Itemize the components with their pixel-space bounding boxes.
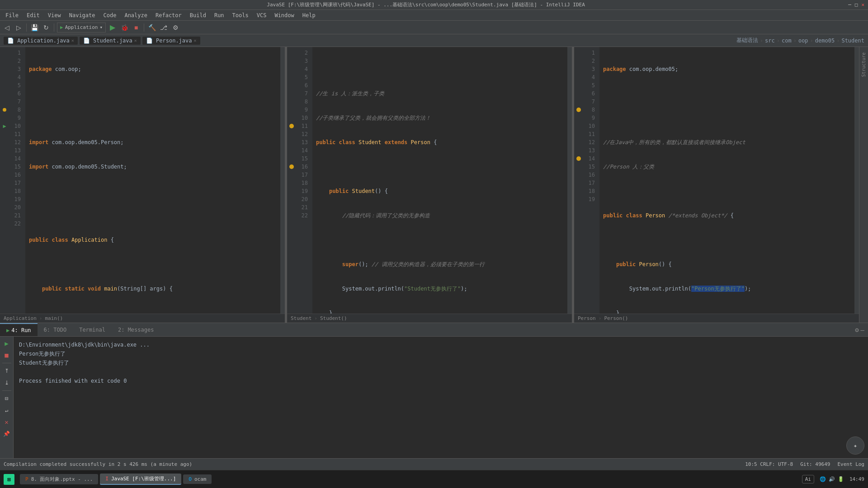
menu-help[interactable]: Help (299, 11, 319, 19)
event-log[interactable]: Event Log (837, 461, 864, 467)
left-code-content[interactable]: package com.oop; import com.oop.demo05.P… (25, 47, 280, 314)
right-editor-footer: Person › Person() (574, 314, 859, 323)
breakpoint-8[interactable] (3, 108, 6, 112)
task-ppt-label: 8. 面向对象.pptx - ... (31, 476, 93, 483)
debug-btn[interactable]: 🐞 (119, 23, 129, 33)
breadcrumb-student[interactable]: Student (841, 38, 864, 44)
breadcrumb-tab-application[interactable]: 📄 Application.java ✕ (4, 37, 78, 45)
toolbar-sep1 (26, 23, 27, 32)
ai-icon: ✦ (854, 442, 857, 449)
menu-navigate[interactable]: Navigate (66, 11, 99, 19)
breadcrumb: 📄 Application.java ✕ 📄 Student.java ✕ 📄 … (0, 34, 868, 47)
run-panel: ▶ 4: Run 6: TODO Terminal 2: Messages ⚙ … (0, 323, 868, 458)
run-config-dropdown[interactable]: ▶ Application ▾ (57, 23, 106, 33)
scroll-up-icon[interactable]: ⤒ (2, 366, 12, 376)
close-btn[interactable]: ✕ (861, 2, 864, 8)
run-icon: ▶ (6, 327, 9, 333)
editor-person-content[interactable]: 1 2 3 4 5 6 7 8 9 10 11 12 13 14 15 16 1 (574, 47, 859, 314)
network-icon: 🌐 (820, 476, 826, 482)
start-icon[interactable]: ⊞ (4, 474, 14, 485)
tab-run[interactable]: ▶ 4: Run (0, 323, 38, 336)
menu-code[interactable]: Code (100, 11, 120, 19)
pin-icon[interactable]: 📌 (2, 429, 12, 439)
menu-view[interactable]: View (44, 11, 65, 19)
task-ocam[interactable]: O ocam (183, 474, 212, 484)
toolbar-back[interactable]: ◁ (2, 23, 12, 33)
run-btn[interactable]: ▶ (108, 23, 118, 33)
stop-btn[interactable]: ■ (131, 23, 141, 33)
menu-bar: File Edit View Navigate Code Analyze Ref… (0, 10, 868, 21)
run-tabs: ▶ 4: Run 6: TODO Terminal 2: Messages ⚙ … (0, 323, 868, 337)
toolbar-save[interactable]: 💾 (29, 23, 39, 33)
tab-messages[interactable]: 2: Messages (112, 323, 160, 336)
build-btn[interactable]: 🔨 (147, 23, 157, 33)
run-sidebar: ▶ ■ ⤒ ⤓ ⊟ ↵ ✕ 📌 (0, 337, 14, 458)
terminal-tab-label: Terminal (79, 327, 105, 333)
right-footer-method: Person() (604, 315, 628, 321)
editor-application-content[interactable]: ▶ 1 2 3 4 5 6 7 8 9 (0, 47, 285, 314)
editor-student: 2 3 4 5 6 7 8 9 10 11 12 13 14 15 16 17 (287, 47, 572, 323)
menu-tools[interactable]: Tools (229, 11, 252, 19)
run-config-label: Application (65, 24, 98, 30)
menu-edit[interactable]: Edit (23, 11, 43, 19)
battery-icon: 🔋 (838, 476, 844, 482)
ai-panel-area: ✦ (832, 337, 868, 458)
editor-student-content[interactable]: 2 3 4 5 6 7 8 9 10 11 12 13 14 15 16 17 (287, 47, 572, 314)
menu-run[interactable]: Run (211, 11, 228, 19)
left-footer-method: main() (45, 315, 63, 321)
run-output-path: D:\Environment\jdk8\jdk\bin\java.exe ... (19, 340, 826, 349)
tab-todo[interactable]: 6: TODO (38, 323, 73, 336)
breadcrumb-jijiao[interactable]: 基础语法 (736, 37, 758, 44)
middle-code-content[interactable]: //生 is 人：派生类，子类 //子类继承了父类，就会拥有父类的全部方法！ p… (312, 47, 567, 314)
maximize-btn[interactable]: □ (855, 2, 858, 8)
tab-terminal[interactable]: Terminal (73, 323, 112, 336)
ai-taskbar-label[interactable]: Ai (802, 475, 814, 483)
status-message: Compilation completed successfully in 2 … (4, 461, 192, 467)
right-code-content[interactable]: package com.oop.demo05; //在Java中，所有的类，都默… (599, 47, 854, 314)
toolbar: ◁ ▷ 💾 ↻ ▶ Application ▾ ▶ 🐞 ■ 🔨 ⎇ ⚙ (0, 21, 868, 34)
menu-window[interactable]: Window (271, 11, 297, 19)
git-info: Git: 49649 (800, 461, 830, 467)
breadcrumb-com[interactable]: com (782, 38, 792, 44)
task-idea-label: JavaSE [F:\班级管理...] (111, 475, 176, 482)
ai-button[interactable]: ✦ (846, 436, 864, 455)
status-right: 10:5 CRLF: UTF-8 Git: 49649 Event Log (745, 461, 864, 467)
breadcrumb-tab-person[interactable]: 📄 Person.java ✕ (142, 37, 200, 45)
breadcrumb-tab-student[interactable]: 📄 Student.java ✕ (80, 37, 141, 45)
filter-icon[interactable]: ⊟ (2, 394, 12, 404)
middle-footer-class: Student (291, 315, 311, 321)
menu-refactor[interactable]: Refactor (152, 11, 185, 19)
left-footer-text: Application (4, 315, 37, 321)
panel-settings-icon[interactable]: ⚙ (855, 326, 859, 333)
task-intellij[interactable]: I JavaSE [F:\班级管理...] (100, 474, 181, 485)
taskbar-right: Ai 🌐 🔊 🔋 14:49 (802, 475, 864, 483)
editor-application: ▶ 1 2 3 4 5 6 7 8 9 (0, 47, 285, 323)
line-col: 10:5 CRLF: UTF-8 (745, 461, 793, 467)
settings-btn[interactable]: ⚙ (170, 23, 180, 33)
run-stop-icon[interactable]: ■ (2, 350, 12, 360)
git-btn[interactable]: ⎇ (159, 23, 169, 33)
scroll-down-icon[interactable]: ⤓ (2, 378, 12, 388)
toolbar-forward[interactable]: ▷ (14, 23, 24, 33)
run-restart-icon[interactable]: ▶ (2, 338, 12, 348)
run-output-line2: Student无参执行了 (19, 358, 826, 367)
structure-label: Structure (861, 52, 866, 77)
marker-person-14 (576, 156, 581, 161)
breadcrumb-demo05[interactable]: demo05 (815, 38, 835, 44)
volume-icon: 🔊 (829, 476, 835, 482)
system-time: 14:49 (849, 476, 864, 482)
right-sidebar: Structure (859, 47, 868, 323)
menu-vcs[interactable]: VCS (253, 11, 270, 19)
clear-icon[interactable]: ✕ (2, 417, 12, 427)
menu-file[interactable]: File (2, 11, 22, 19)
menu-build[interactable]: Build (186, 11, 210, 19)
breadcrumb-oop[interactable]: oop (798, 38, 808, 44)
toolbar-sync[interactable]: ↻ (41, 23, 51, 33)
breadcrumb-src[interactable]: src (765, 38, 775, 44)
panel-close-icon[interactable]: — (861, 326, 864, 333)
wrap-icon[interactable]: ↵ (2, 405, 12, 415)
task-powerpoint[interactable]: P 8. 面向对象.pptx - ... (20, 474, 98, 484)
right-footer-class: Person (578, 315, 596, 321)
menu-analyze[interactable]: Analyze (121, 11, 151, 19)
minimize-btn[interactable]: ─ (848, 2, 851, 8)
